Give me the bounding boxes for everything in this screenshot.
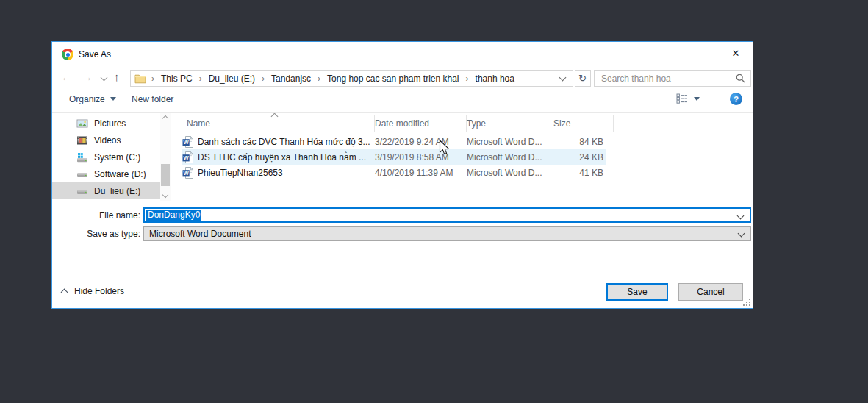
drive-icon bbox=[76, 185, 88, 197]
close-icon: ✕ bbox=[732, 48, 740, 59]
save-button[interactable]: Save bbox=[606, 283, 668, 301]
sidebar-item[interactable]: Software (D:) bbox=[52, 165, 160, 182]
file-size: 84 KB bbox=[553, 137, 606, 147]
sidebar-item[interactable]: Pictures bbox=[52, 115, 160, 132]
cancel-button[interactable]: Cancel bbox=[678, 283, 743, 301]
save-as-type-select[interactable]: Microsoft Word Document bbox=[143, 226, 751, 241]
search-box[interactable] bbox=[594, 70, 751, 87]
word-document-icon: W bbox=[182, 167, 194, 179]
forward-icon[interactable]: → bbox=[82, 69, 93, 85]
sidebar-item[interactable]: Du_lieu (E:) bbox=[52, 182, 160, 199]
svg-text:W: W bbox=[184, 154, 190, 161]
file-name-dropdown-icon[interactable] bbox=[737, 213, 745, 220]
sidebar-item-label: Du_lieu (E:) bbox=[94, 186, 140, 196]
sidebar-item-label: Software (D:) bbox=[94, 169, 146, 179]
resize-grip[interactable] bbox=[743, 299, 751, 307]
file-type: Microsoft Word D... bbox=[467, 137, 553, 147]
navigation-bar: ← → ↑ › This PC › Du_lieu (E:) › Tanda bbox=[52, 67, 753, 88]
breadcrumb-separator-icon: › bbox=[312, 74, 326, 84]
refresh-icon: ↻ bbox=[578, 73, 587, 84]
help-button[interactable]: ? bbox=[730, 93, 742, 105]
breadcrumb-item[interactable]: thanh hoa bbox=[474, 74, 516, 84]
column-header-name[interactable]: Name bbox=[187, 115, 375, 132]
dialog-body: Pictures bbox=[52, 113, 753, 201]
breadcrumb-separator-icon: › bbox=[257, 74, 270, 84]
scrollbar-thumb[interactable] bbox=[161, 164, 170, 186]
breadcrumb-item[interactable]: Tong hop cac san pham trien khai bbox=[326, 74, 460, 84]
file-date-modified: 3/19/2019 8:58 AM bbox=[375, 152, 467, 163]
file-name: PhieuTiepNhan25653 bbox=[198, 168, 283, 178]
pictures-icon bbox=[76, 118, 88, 129]
sidebar-item-label: Videos bbox=[94, 135, 121, 146]
file-size: 41 KB bbox=[553, 168, 606, 178]
file-name-label: File name: bbox=[52, 210, 140, 221]
breadcrumb-item[interactable]: This PC bbox=[159, 74, 194, 84]
breadcrumb: This PC › Du_lieu (E:) › Tandanjsc › Ton… bbox=[159, 74, 516, 84]
breadcrumb-separator-icon: › bbox=[461, 74, 474, 84]
file-date-modified: 4/10/2019 11:39 AM bbox=[375, 168, 467, 178]
chevron-up-icon bbox=[61, 289, 68, 296]
file-row[interactable]: W PhieuTiepNhan25653 4/10/2019 11:39 AM … bbox=[182, 165, 606, 180]
column-header-type[interactable]: Type bbox=[467, 115, 553, 132]
breadcrumb-item[interactable]: Du_lieu (E:) bbox=[207, 74, 257, 84]
svg-text:W: W bbox=[184, 139, 190, 146]
desktop: { "window": { "title": "Save As" }, "ico… bbox=[0, 0, 868, 403]
breadcrumb-separator-icon: › bbox=[146, 74, 159, 84]
file-name-input[interactable]: DonDangKy0 bbox=[143, 207, 751, 223]
word-document-icon: W bbox=[182, 136, 194, 148]
save-as-type-label: Save as type: bbox=[52, 229, 140, 239]
save-as-type-value: Microsoft Word Document bbox=[149, 229, 251, 239]
details-view-icon bbox=[676, 93, 688, 104]
window-title: Save As bbox=[79, 49, 111, 60]
refresh-button[interactable]: ↻ bbox=[575, 70, 591, 87]
save-as-dialog: Save As ✕ ← → ↑ › This PC › Du_lieu (E:) bbox=[51, 41, 753, 309]
file-row[interactable]: W DS TTHC cấp huyện xã Thanh Hóa nằm ...… bbox=[182, 149, 606, 165]
breadcrumb-separator-icon: › bbox=[194, 74, 207, 84]
file-name: Danh sách các DVC Thanh Hóa mức độ 3... bbox=[198, 137, 370, 147]
address-bar[interactable]: › This PC › Du_lieu (E:) › Tandanjsc › T… bbox=[130, 70, 573, 87]
sidebar-item[interactable]: System (C:) bbox=[52, 149, 160, 165]
chrome-icon bbox=[62, 49, 73, 60]
up-icon[interactable]: ↑ bbox=[114, 69, 120, 85]
column-header-size[interactable]: Size bbox=[553, 115, 614, 132]
save-as-type-dropdown-icon[interactable] bbox=[738, 230, 745, 238]
back-icon[interactable]: ← bbox=[61, 69, 72, 85]
sidebar-item-label: System (C:) bbox=[94, 152, 140, 163]
drive-icon bbox=[76, 168, 88, 180]
help-icon: ? bbox=[734, 95, 739, 104]
change-view-button[interactable] bbox=[676, 93, 700, 104]
breadcrumb-item[interactable]: Tandanjsc bbox=[270, 74, 312, 84]
word-document-icon: W bbox=[182, 151, 194, 163]
file-rows: W Danh sách các DVC Thanh Hóa mức độ 3..… bbox=[182, 134, 606, 180]
search-icon bbox=[736, 74, 745, 83]
column-header-date-modified[interactable]: Date modified bbox=[375, 115, 467, 132]
file-name: DS TTHC cấp huyện xã Thanh Hóa nằm ... bbox=[198, 152, 366, 163]
sidebar-item-label: Pictures bbox=[94, 118, 126, 129]
column-headers: Name Date modified Type Size bbox=[171, 113, 753, 132]
history-chevron-icon[interactable] bbox=[101, 74, 108, 82]
videos-icon bbox=[76, 135, 88, 146]
file-type: Microsoft Word D... bbox=[467, 152, 553, 163]
address-dropdown-chevron-icon[interactable] bbox=[559, 74, 567, 81]
hide-folders-button[interactable]: Hide Folders bbox=[62, 286, 124, 296]
scroll-down-icon[interactable] bbox=[162, 192, 168, 198]
sidebar-item[interactable]: Videos bbox=[52, 132, 160, 149]
file-list: Name Date modified Type Size W bbox=[171, 113, 753, 201]
file-type: Microsoft Word D... bbox=[467, 168, 553, 178]
title-bar[interactable]: Save As ✕ bbox=[52, 42, 753, 67]
file-date-modified: 3/22/2019 9:24 AM bbox=[375, 137, 467, 147]
windows-drive-icon bbox=[76, 151, 88, 163]
view-dropdown-icon bbox=[694, 97, 700, 101]
organize-button[interactable]: Organize bbox=[69, 94, 116, 104]
organize-dropdown-icon bbox=[110, 97, 116, 101]
search-input[interactable] bbox=[595, 71, 732, 86]
command-toolbar: Organize New folder ? bbox=[52, 88, 753, 113]
folder-icon bbox=[134, 74, 146, 84]
file-name-value: DonDangKy0 bbox=[146, 210, 201, 221]
new-folder-button[interactable]: New folder bbox=[132, 94, 173, 104]
close-button[interactable]: ✕ bbox=[719, 42, 753, 65]
sidebar-scrollbar[interactable] bbox=[160, 113, 171, 201]
scroll-up-icon[interactable] bbox=[162, 115, 168, 121]
hide-folders-label: Hide Folders bbox=[74, 286, 124, 296]
file-row[interactable]: W Danh sách các DVC Thanh Hóa mức độ 3..… bbox=[182, 134, 606, 149]
